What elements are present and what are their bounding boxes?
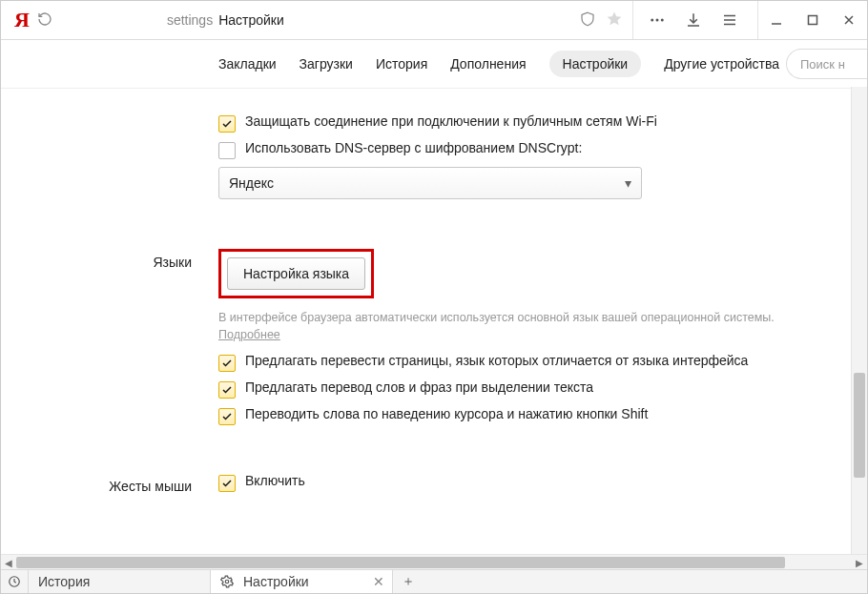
vertical-scrollbar-thumb[interactable] [854, 373, 865, 478]
menu-icon[interactable] [712, 1, 748, 39]
address-bar[interactable]: settings Настройки [37, 11, 571, 30]
checkbox-dnscrypt[interactable] [218, 142, 236, 159]
hscroll-left-arrow-icon[interactable]: ◀ [1, 555, 16, 570]
section-gestures-label: Жесты мыши [1, 473, 218, 494]
languages-hint: В интерфейсе браузера автоматически испо… [218, 310, 829, 343]
label-translate-pages: Предлагать перевести страницы, язык кото… [245, 353, 748, 368]
svg-point-5 [225, 580, 229, 584]
hscroll-right-arrow-icon[interactable]: ▶ [852, 555, 867, 570]
highlight-box: Настройка языка [218, 249, 374, 298]
window-maximize-icon[interactable] [795, 1, 831, 39]
tab-bookmarks[interactable]: Закладки [218, 56, 277, 72]
svg-rect-3 [809, 16, 817, 25]
bottom-tab-settings[interactable]: Настройки ✕ [211, 570, 393, 593]
settings-content: Защищать соединение при подключении к пу… [1, 87, 867, 555]
address-path: settings [167, 12, 213, 28]
settings-top-tabs: Закладки Загрузки История Дополнения Нас… [1, 40, 867, 89]
gear-icon [220, 575, 234, 588]
history-clock-icon[interactable] [1, 570, 29, 593]
svg-point-1 [656, 19, 659, 22]
horizontal-scrollbar-thumb[interactable] [16, 557, 785, 568]
browser-window: Я settings Настройки [0, 0, 868, 594]
bottom-tabbar: История Настройки ✕ ＋ [1, 569, 867, 593]
close-tab-icon[interactable]: ✕ [373, 574, 384, 589]
label-dnscrypt: Использовать DNS-сервер с шифрованием DN… [245, 140, 582, 155]
tab-history[interactable]: История [376, 56, 427, 72]
vertical-scrollbar[interactable] [851, 87, 867, 555]
label-protect-wifi: Защищать соединение при подключении к пу… [245, 113, 657, 129]
checkbox-hover-shift[interactable] [218, 408, 236, 425]
new-tab-button[interactable]: ＋ [393, 570, 424, 593]
tab-other-devices[interactable]: Другие устройства [664, 56, 779, 72]
protect-shield-icon[interactable] [579, 10, 596, 31]
bottom-tab-history-label: История [38, 574, 90, 589]
bottom-tab-history[interactable]: История [29, 570, 211, 593]
language-settings-button[interactable]: Настройка языка [227, 257, 365, 290]
downloads-icon[interactable] [675, 1, 712, 39]
checkbox-translate-words[interactable] [218, 381, 236, 399]
checkbox-translate-pages[interactable] [218, 355, 236, 372]
label-translate-words: Предлагать перевод слов и фраз при выдел… [245, 379, 593, 395]
window-close-icon[interactable] [831, 1, 867, 39]
svg-point-2 [661, 19, 664, 22]
tab-addons[interactable]: Дополнения [450, 56, 526, 72]
window-minimize-icon[interactable] [758, 1, 795, 39]
horizontal-scrollbar[interactable]: ◀ ▶ [1, 554, 867, 570]
select-dns-server[interactable]: Яндекс ▾ [218, 167, 642, 199]
more-icon[interactable] [639, 1, 675, 39]
section-languages-label: Языки [1, 249, 218, 270]
titlebar: Я settings Настройки [1, 1, 867, 40]
label-hover-shift: Переводить слова по наведению курсора и … [245, 406, 648, 421]
bottom-tab-settings-label: Настройки [243, 574, 309, 589]
languages-more-link[interactable]: Подробнее [218, 328, 280, 341]
select-dns-value: Яндекс [229, 175, 274, 191]
yandex-logo[interactable]: Я [14, 8, 30, 32]
page-title: Настройки [218, 12, 284, 28]
tab-downloads[interactable]: Загрузки [300, 56, 353, 72]
label-gestures-enable: Включить [245, 473, 305, 488]
svg-point-0 [651, 19, 653, 22]
favorite-star-icon[interactable] [606, 10, 623, 31]
settings-search-input[interactable]: Поиск н [786, 49, 867, 79]
tab-settings[interactable]: Настройки [549, 51, 642, 77]
reload-icon[interactable] [37, 11, 52, 30]
chevron-down-icon: ▾ [625, 175, 631, 191]
checkbox-protect-wifi[interactable] [218, 115, 236, 133]
checkbox-gestures-enable[interactable] [218, 475, 236, 492]
